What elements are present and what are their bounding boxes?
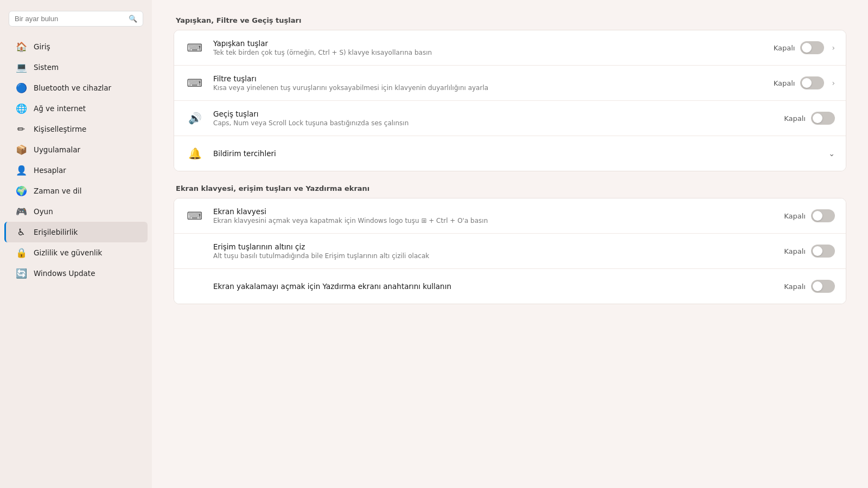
- sidebar-item-kisisel[interactable]: ✏️ Kişiselleştirme: [4, 119, 148, 139]
- sidebar-item-label: Kişiselleştirme: [34, 125, 86, 133]
- row-bildirim[interactable]: 🔔 Bildirim tercihleri ⌄: [174, 136, 846, 171]
- toggle-yazdirma-ekrani[interactable]: [811, 280, 835, 293]
- oyun-icon: 🎮: [15, 206, 27, 217]
- row-text-ekran-klavyesi-row: Ekran klavyesi Ekran klavyesini açmak ve…: [213, 207, 775, 224]
- sidebar-item-zaman[interactable]: 🌍 Zaman ve dil: [4, 181, 148, 201]
- row-status-filtre-tuslar: Kapalı: [774, 79, 795, 87]
- sidebar-item-label: Giriş: [34, 42, 50, 51]
- toggle-gecis-tuslar[interactable]: [811, 112, 835, 125]
- section-title-yapiskan: Yapışkan, Filtre ve Geçiş tuşları: [174, 16, 846, 24]
- search-box[interactable]: 🔍: [9, 11, 143, 27]
- sidebar-item-hesap[interactable]: 👤 Hesaplar: [4, 160, 148, 181]
- chevron-down-icon: ⌄: [828, 149, 835, 158]
- settings-group-yapiskan: ⌨ Yapışkan tuşlar Tek tek birden çok tuş…: [174, 30, 846, 171]
- row-yapiskan-tuslar: ⌨ Yapışkan tuşlar Tek tek birden çok tuş…: [174, 30, 846, 66]
- toggle-erisim-alti-ciz[interactable]: [811, 245, 835, 258]
- sidebar-item-oyun[interactable]: 🎮 Oyun: [4, 201, 148, 222]
- row-text-filtre-tuslar: Filtre tuşları Kısa veya yinelenen tuş v…: [213, 74, 765, 92]
- section-yapiskan: Yapışkan, Filtre ve Geçiş tuşları ⌨ Yapı…: [174, 16, 846, 171]
- search-input[interactable]: [15, 15, 124, 23]
- giris-icon: 🏠: [15, 41, 27, 53]
- row-desc-gecis-tuslar: Caps, Num veya Scroll Lock tuşuna bastığ…: [213, 119, 775, 127]
- row-controls-ekran-klavyesi-row: Kapalı: [784, 209, 835, 222]
- section-title-ekran-klavyesi: Ekran klavyesi, erişim tuşları ve Yazdır…: [174, 184, 846, 192]
- sidebar-item-label: Zaman ve dil: [34, 187, 81, 195]
- row-status-erisim-alti-ciz: Kapalı: [784, 247, 806, 255]
- uygulama-icon: 📦: [15, 144, 27, 156]
- row-text-gecis-tuslar: Geçiş tuşları Caps, Num veya Scroll Lock…: [213, 110, 775, 127]
- yapiskan-tuslar-icon: ⌨: [185, 38, 205, 57]
- row-status-yapiskan-tuslar: Kapalı: [774, 44, 795, 52]
- hesap-icon: 👤: [15, 164, 27, 176]
- row-controls-gecis-tuslar: Kapalı: [784, 112, 835, 125]
- settings-group-ekran-klavyesi: ⌨ Ekran klavyesi Ekran klavyesini açmak …: [174, 198, 846, 304]
- row-label-yazdirma-ekrani: Ekran yakalamayı açmak için Yazdırma ekr…: [213, 282, 775, 291]
- gecis-tuslar-icon: 🔊: [185, 108, 205, 128]
- row-controls-erisim-alti-ciz: Kapalı: [784, 245, 835, 258]
- row-label-yapiskan-tuslar: Yapışkan tuşlar: [213, 39, 765, 48]
- sidebar-item-ag[interactable]: 🌐 Ağ ve internet: [4, 98, 148, 119]
- row-label-ekran-klavyesi-row: Ekran klavyesi: [213, 207, 775, 216]
- row-ekran-klavyesi-row: ⌨ Ekran klavyesi Ekran klavyesini açmak …: [174, 198, 846, 234]
- sidebar: 🔍 🏠 Giriş 💻 Sistem 🔵 Bluetooth ve cihazl…: [0, 0, 152, 488]
- sidebar-item-erisim[interactable]: ♿ Erişilebilirlik: [4, 222, 148, 242]
- gizlilik-icon: 🔒: [15, 247, 27, 259]
- sidebar-item-label: Ağ ve internet: [34, 104, 86, 113]
- row-controls-yapiskan-tuslar: Kapalı ›: [774, 41, 835, 54]
- sistem-icon: 💻: [15, 61, 27, 73]
- toggle-ekran-klavyesi-row[interactable]: [811, 209, 835, 222]
- section-ekran-klavyesi: Ekran klavyesi, erişim tuşları ve Yazdır…: [174, 184, 846, 304]
- row-text-yapiskan-tuslar: Yapışkan tuşlar Tek tek birden çok tuş (…: [213, 39, 765, 56]
- row-gecis-tuslar: 🔊 Geçiş tuşları Caps, Num veya Scroll Lo…: [174, 101, 846, 136]
- row-status-ekran-klavyesi-row: Kapalı: [784, 212, 806, 220]
- sidebar-item-label: Erişilebilirlik: [34, 228, 78, 236]
- sidebar-item-label: Uygulamalar: [34, 145, 80, 154]
- row-status-yazdirma-ekrani: Kapalı: [784, 282, 806, 291]
- row-desc-yapiskan-tuslar: Tek tek birden çok tuş (örneğin, Ctrl + …: [213, 49, 765, 56]
- row-text-yazdirma-ekrani: Ekran yakalamayı açmak için Yazdırma ekr…: [213, 282, 775, 291]
- row-desc-ekran-klavyesi-row: Ekran klavyesini açmak veya kapatmak içi…: [213, 217, 775, 224]
- sidebar-item-bluetooth[interactable]: 🔵 Bluetooth ve cihazlar: [4, 78, 148, 98]
- sidebar-item-giris[interactable]: 🏠 Giriş: [4, 36, 148, 57]
- row-yazdirma-ekrani: ⌨ Ekran yakalamayı açmak için Yazdırma e…: [174, 269, 846, 304]
- row-label-erisim-alti-ciz: Erişim tuşlarının altını çiz: [213, 242, 775, 251]
- toggle-filtre-tuslar[interactable]: [800, 76, 824, 89]
- chevron-right-icon: ›: [832, 43, 835, 52]
- sidebar-item-sistem[interactable]: 💻 Sistem: [4, 57, 148, 78]
- sidebar-item-gizlilik[interactable]: 🔒 Gizlilik ve güvenlik: [4, 242, 148, 263]
- bildirim-icon: 🔔: [185, 144, 205, 163]
- row-status-gecis-tuslar: Kapalı: [784, 114, 806, 123]
- row-filtre-tuslar: ⌨ Filtre tuşları Kısa veya yinelenen tuş…: [174, 66, 846, 101]
- bluetooth-icon: 🔵: [15, 82, 27, 94]
- row-desc-erisim-alti-ciz: Alt tuşu basılı tutulmadığında bile Eriş…: [213, 252, 775, 260]
- sidebar-item-label: Gizlilik ve güvenlik: [34, 248, 102, 257]
- main-content: Yapışkan, Filtre ve Geçiş tuşları ⌨ Yapı…: [152, 0, 868, 488]
- filtre-tuslar-icon: ⌨: [185, 73, 205, 93]
- row-controls-filtre-tuslar: Kapalı ›: [774, 76, 835, 89]
- ag-icon: 🌐: [15, 102, 27, 114]
- row-controls-yazdirma-ekrani: Kapalı: [784, 280, 835, 293]
- zaman-icon: 🌍: [15, 185, 27, 197]
- row-text-erisim-alti-ciz: Erişim tuşlarının altını çiz Alt tuşu ba…: [213, 242, 775, 260]
- sidebar-item-label: Oyun: [34, 207, 53, 216]
- sidebar-item-uygulama[interactable]: 📦 Uygulamalar: [4, 139, 148, 160]
- search-icon: 🔍: [129, 15, 137, 23]
- row-desc-filtre-tuslar: Kısa veya yinelenen tuş vuruşlarını yoks…: [213, 84, 765, 92]
- erisim-icon: ♿: [15, 226, 27, 238]
- update-icon: 🔄: [15, 267, 27, 279]
- sidebar-item-update[interactable]: 🔄 Windows Update: [4, 263, 148, 284]
- chevron-right-icon: ›: [832, 79, 835, 87]
- sidebar-item-label: Sistem: [34, 63, 59, 72]
- row-erisim-alti-ciz: ⌨ Erişim tuşlarının altını çiz Alt tuşu …: [174, 234, 846, 269]
- sidebar-item-label: Windows Update: [34, 269, 95, 278]
- toggle-yapiskan-tuslar[interactable]: [800, 41, 824, 54]
- row-label-gecis-tuslar: Geçiş tuşları: [213, 110, 775, 118]
- sidebar-item-label: Bluetooth ve cihazlar: [34, 84, 111, 92]
- row-label-bildirim: Bildirim tercihleri: [213, 149, 276, 158]
- kisisel-icon: ✏️: [15, 123, 27, 135]
- ekran-klavyesi-row-icon: ⌨: [185, 206, 205, 226]
- sidebar-item-label: Hesaplar: [34, 166, 66, 175]
- row-label-filtre-tuslar: Filtre tuşları: [213, 74, 765, 83]
